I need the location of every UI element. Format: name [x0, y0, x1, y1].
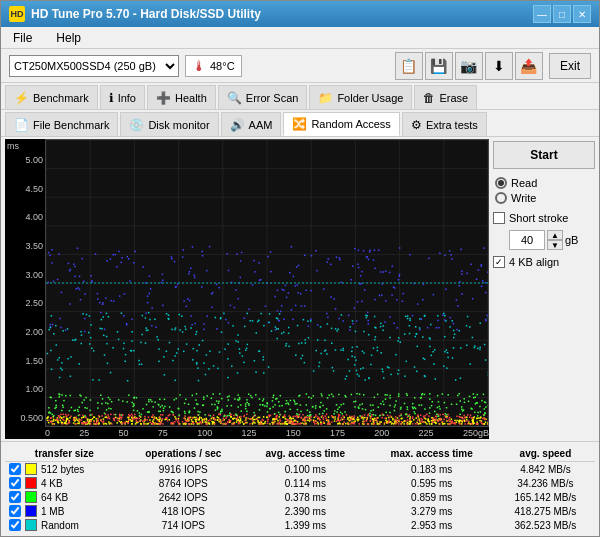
col-header-max-access: max. access time: [368, 446, 496, 462]
cell-avg-speed-2: 165.142 MB/s: [496, 490, 595, 504]
x-tick-175: 175: [330, 428, 345, 438]
cell-max-access-1: 0.595 ms: [368, 476, 496, 490]
y-tick-250: 2.50: [7, 298, 43, 308]
toolbar-icons: 📋 💾 📷 ⬇ 📤: [395, 52, 543, 80]
health-icon: ➕: [156, 91, 171, 105]
scatter-plot: [46, 140, 488, 426]
menu-file[interactable]: File: [9, 29, 36, 47]
exit-button[interactable]: Exit: [549, 53, 591, 79]
tab-info[interactable]: ℹ Info: [100, 85, 145, 109]
benchmark-icon: ⚡: [14, 91, 29, 105]
align-checkbox: ✓: [493, 256, 505, 268]
erase-icon: 🗑: [423, 91, 435, 105]
tab-file-benchmark-label: File Benchmark: [33, 119, 109, 131]
x-axis: 0 25 50 75 100 125 150 175 200 225 250gB: [5, 427, 489, 439]
spinbox-input[interactable]: [509, 230, 545, 250]
x-tick-250: 250gB: [463, 428, 489, 438]
temperature-display: 🌡 48°C: [185, 55, 242, 77]
random-access-icon: 🔀: [292, 117, 307, 131]
row-checkbox-3[interactable]: [9, 505, 21, 517]
temperature-value: 48°C: [210, 60, 235, 72]
row-label-text-1: 4 KB: [41, 478, 63, 489]
toolbar-icon-2[interactable]: 💾: [425, 52, 453, 80]
cell-avg-access-0: 0.100 ms: [243, 462, 367, 477]
row-color-swatch-0: [25, 463, 37, 475]
table-row: 4 KB 8764 IOPS 0.114 ms 0.595 ms 34.236 …: [5, 476, 595, 490]
toolbar-icon-4[interactable]: ⬇: [485, 52, 513, 80]
row-checkbox-4[interactable]: [9, 519, 21, 531]
table-header-row: transfer size operations / sec avg. acce…: [5, 446, 595, 462]
align-checkbox-item[interactable]: ✓ 4 KB align: [493, 256, 595, 268]
start-button[interactable]: Start: [493, 141, 595, 169]
table-container: transfer size operations / sec avg. acce…: [1, 442, 599, 536]
spinbox-up-button[interactable]: ▲: [547, 230, 563, 240]
spinbox-down-button[interactable]: ▼: [547, 240, 563, 250]
tab-benchmark[interactable]: ⚡ Benchmark: [5, 85, 98, 109]
tab-random-access[interactable]: 🔀 Random Access: [283, 112, 399, 136]
row-checkbox-2[interactable]: [9, 491, 21, 503]
toolbar-icon-3[interactable]: 📷: [455, 52, 483, 80]
x-tick-50: 50: [119, 428, 129, 438]
cell-avg-speed-0: 4.842 MB/s: [496, 462, 595, 477]
cell-max-access-0: 0.183 ms: [368, 462, 496, 477]
tab-erase[interactable]: 🗑 Erase: [414, 85, 477, 109]
row-color-swatch-1: [25, 477, 37, 489]
tab-disk-monitor[interactable]: 💿 Disk monitor: [120, 112, 218, 136]
tab-file-benchmark[interactable]: 📄 File Benchmark: [5, 112, 118, 136]
cell-avg-access-4: 1.399 ms: [243, 518, 367, 532]
toolbar-icon-5[interactable]: 📤: [515, 52, 543, 80]
results-table: transfer size operations / sec avg. acce…: [5, 446, 595, 532]
close-button[interactable]: ✕: [573, 5, 591, 23]
tab-health[interactable]: ➕ Health: [147, 85, 216, 109]
cell-ops-0: 9916 IOPS: [124, 462, 244, 477]
table-body: 512 bytes 9916 IOPS 0.100 ms 0.183 ms 4.…: [5, 462, 595, 533]
tab-folder-usage-label: Folder Usage: [337, 92, 403, 104]
cell-ops-4: 714 IOPS: [124, 518, 244, 532]
tab-random-access-label: Random Access: [311, 118, 390, 130]
x-tick-125: 125: [241, 428, 256, 438]
cell-avg-access-1: 0.114 ms: [243, 476, 367, 490]
title-bar: HD HD Tune Pro 5.70 - Hard Disk/SSD Util…: [1, 1, 599, 27]
row-label-text-4: Random: [41, 520, 79, 531]
menu-help[interactable]: Help: [52, 29, 85, 47]
tab-disk-monitor-label: Disk monitor: [148, 119, 209, 131]
tab-aam[interactable]: 🔊 AAM: [221, 112, 282, 136]
drive-select[interactable]: CT250MX500SSD4 (250 gB): [9, 55, 179, 77]
minimize-button[interactable]: —: [533, 5, 551, 23]
maximize-button[interactable]: □: [553, 5, 571, 23]
y-tick-050: 0.500: [7, 413, 43, 423]
cell-label-4: Random: [5, 518, 124, 532]
row-checkbox-1[interactable]: [9, 477, 21, 489]
tab-error-scan[interactable]: 🔍 Error Scan: [218, 85, 308, 109]
data-table-section: transfer size operations / sec avg. acce…: [1, 441, 599, 536]
radio-read[interactable]: Read: [495, 177, 593, 189]
menu-bar: File Help: [1, 27, 599, 49]
radio-read-circle: [495, 177, 507, 189]
tab-bar-1: ⚡ Benchmark ℹ Info ➕ Health 🔍 Error Scan…: [1, 83, 599, 110]
cell-max-access-4: 2.953 ms: [368, 518, 496, 532]
cell-avg-speed-4: 362.523 MB/s: [496, 518, 595, 532]
spinbox-buttons: ▲ ▼: [547, 230, 563, 250]
row-checkbox-0[interactable]: [9, 463, 21, 475]
col-header-ops: operations / sec: [124, 446, 244, 462]
cell-label-0: 512 bytes: [5, 462, 124, 477]
spinbox-container: ▲ ▼ gB: [509, 230, 595, 250]
y-tick-450: 4.50: [7, 184, 43, 194]
short-stroke-checkbox-item[interactable]: Short stroke: [493, 212, 595, 224]
x-tick-25: 25: [79, 428, 89, 438]
toolbar-icon-1[interactable]: 📋: [395, 52, 423, 80]
align-label: 4 KB align: [509, 256, 559, 268]
cell-max-access-2: 0.859 ms: [368, 490, 496, 504]
table-row: 64 KB 2642 IOPS 0.378 ms 0.859 ms 165.14…: [5, 490, 595, 504]
main-window: HD HD Tune Pro 5.70 - Hard Disk/SSD Util…: [0, 0, 600, 537]
col-header-avg-speed: avg. speed: [496, 446, 595, 462]
radio-write[interactable]: Write: [495, 192, 593, 204]
y-axis-unit-label: ms: [7, 141, 19, 151]
row-color-swatch-3: [25, 505, 37, 517]
tab-extra-tests[interactable]: ⚙ Extra tests: [402, 112, 487, 136]
cell-ops-1: 8764 IOPS: [124, 476, 244, 490]
tab-extra-tests-label: Extra tests: [426, 119, 478, 131]
tab-folder-usage[interactable]: 📁 Folder Usage: [309, 85, 412, 109]
aam-icon: 🔊: [230, 118, 245, 132]
window-title: HD Tune Pro 5.70 - Hard Disk/SSD Utility: [31, 7, 261, 21]
